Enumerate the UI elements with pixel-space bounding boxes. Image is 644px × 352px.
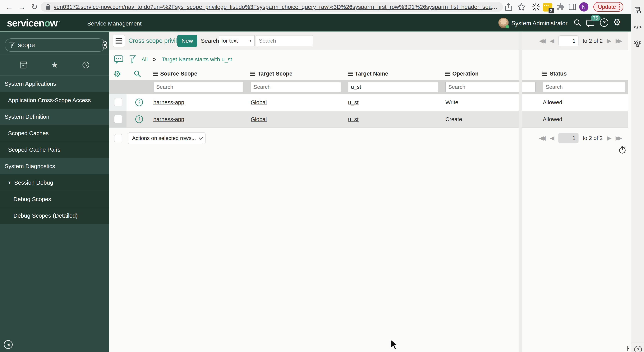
list-content: Cross scope privileges New Search for te…: [109, 32, 628, 352]
browser-update-button[interactable]: Update: [594, 2, 623, 12]
last-page-icon[interactable]: ▶▶: [616, 38, 622, 44]
sidebar-item-scoped-caches[interactable]: Scoped Caches: [0, 125, 109, 142]
table-row[interactable]: i harness-app Global u_st Create Allowed: [109, 111, 628, 128]
prev-page-icon[interactable]: ◀: [550, 38, 554, 44]
search-label: Search: [201, 38, 219, 44]
dock-panel-icon[interactable]: [627, 346, 630, 351]
sidebar-item-application-cross-scope-access[interactable]: Application Cross-Scope Access: [0, 92, 109, 108]
lock-icon: [46, 4, 50, 10]
browser-profile-avatar[interactable]: N: [579, 2, 588, 12]
lightbulb-hint-icon[interactable]: [631, 40, 644, 49]
column-header-status[interactable]: Status: [542, 70, 567, 77]
help-corner-icon[interactable]: ?: [634, 346, 642, 352]
filter-status-input[interactable]: [543, 82, 625, 92]
history-tab-icon[interactable]: [82, 61, 90, 69]
column-menu-icon[interactable]: [250, 74, 255, 74]
product-name: Service Management: [87, 20, 142, 27]
extensions-puzzle-icon[interactable]: [556, 3, 565, 11]
user-avatar[interactable]: [498, 18, 509, 28]
sidebar-item-system-diagnostics[interactable]: System Diagnostics: [0, 158, 109, 174]
cell-source-scope[interactable]: harness-app: [153, 99, 184, 106]
column-menu-icon[interactable]: [153, 74, 158, 74]
reload-icon[interactable]: ↻: [30, 2, 39, 12]
navigator-search-input[interactable]: [18, 42, 100, 49]
address-bar[interactable]: ven03172.service-now.com/nav_to.do?uri=%…: [41, 2, 503, 12]
global-search-icon[interactable]: [573, 18, 582, 27]
sidebar-item-scoped-cache-pairs[interactable]: Scoped Cache Pairs: [0, 142, 109, 158]
page-range-label: to 2 of 2: [583, 38, 603, 44]
column-search-toggle-icon[interactable]: [134, 70, 142, 78]
column-menu-icon[interactable]: [445, 74, 450, 74]
filter-operation-input[interactable]: [446, 82, 536, 92]
column-menu-icon[interactable]: [348, 74, 353, 74]
list-search-input[interactable]: [256, 35, 313, 46]
clear-search-icon[interactable]: ×: [102, 41, 107, 49]
next-page-icon[interactable]: ▶: [607, 135, 612, 141]
filter-target-name-input[interactable]: [348, 82, 438, 92]
bookmark-star-icon[interactable]: [517, 3, 526, 11]
strip-bottom: ?: [631, 343, 644, 352]
breadcrumb-all[interactable]: All: [142, 56, 148, 63]
cell-target-scope[interactable]: Global: [251, 99, 267, 106]
search-type-select[interactable]: for text ▼: [219, 35, 254, 46]
prev-page-icon[interactable]: ◀: [550, 135, 554, 141]
filter-icon[interactable]: [129, 55, 136, 64]
sidebar-item-session-debug[interactable]: ▼Session Debug: [0, 174, 109, 191]
record-info-icon[interactable]: i: [135, 116, 143, 123]
list-comments-icon[interactable]: [114, 55, 124, 64]
sidebar-item-debug-scopes-detailed[interactable]: Debug Scopes (Detailed): [0, 208, 109, 224]
column-header-target-name[interactable]: Target Name: [348, 70, 388, 77]
cell-target-scope[interactable]: Global: [251, 116, 267, 122]
list-personalize-gear-icon[interactable]: ⚙: [114, 69, 121, 79]
breadcrumb-filter[interactable]: Target Name starts with u_st: [162, 56, 232, 63]
collapse-sidebar-button[interactable]: ◀: [4, 340, 13, 349]
first-page-icon[interactable]: ◀◀: [539, 38, 546, 44]
navigator-search-box[interactable]: ×: [4, 38, 106, 52]
expand-caret-icon[interactable]: ▼: [8, 180, 12, 185]
row-checkbox[interactable]: [114, 98, 122, 106]
actions-select[interactable]: Actions on selected rows...: [128, 132, 206, 144]
page-number-input[interactable]: [558, 133, 578, 144]
cell-target-name[interactable]: u_st: [348, 116, 358, 122]
cell-source-scope[interactable]: harness-app: [153, 116, 184, 122]
url-text[interactable]: ven03172.service-now.com/nav_to.do?uri=%…: [54, 4, 498, 10]
column-header-target-scope[interactable]: Target Scope: [250, 70, 292, 77]
filter-target-scope-input[interactable]: [251, 82, 341, 92]
next-page-icon[interactable]: ▶: [607, 38, 612, 44]
browser-menu-icon[interactable]: [619, 4, 620, 10]
breadcrumb-separator: >: [153, 56, 156, 63]
forward-icon[interactable]: →: [17, 2, 26, 12]
user-caret-icon[interactable]: ▼: [558, 22, 562, 26]
table-row[interactable]: i harness-app Global u_st Write Allowed: [109, 94, 628, 111]
favorites-tab-icon[interactable]: ★: [51, 61, 58, 69]
column-header-operation[interactable]: Operation: [445, 70, 478, 77]
list-context-menu-button[interactable]: [113, 35, 125, 47]
sidebar-item-debug-scopes[interactable]: Debug Scopes: [0, 191, 109, 208]
share-icon[interactable]: [505, 3, 512, 11]
new-record-button[interactable]: New: [177, 35, 197, 47]
breadcrumb: All > Target Name starts with u_st: [114, 55, 232, 64]
column-header-source-scope[interactable]: Source Scope: [153, 70, 197, 77]
list-scrollbar[interactable]: [519, 32, 522, 352]
first-page-icon[interactable]: ◀◀: [539, 135, 546, 141]
settings-gear-icon[interactable]: ⚙: [613, 18, 621, 26]
sidebar-item-system-definition[interactable]: System Definition: [0, 108, 109, 125]
response-time-icon[interactable]: [618, 145, 627, 154]
filter-source-scope-input[interactable]: [153, 82, 244, 92]
side-panel-icon[interactable]: [568, 3, 576, 11]
extension-yellow-icon[interactable]: ••• 3: [543, 3, 552, 12]
help-icon[interactable]: ?: [600, 18, 608, 27]
last-page-icon[interactable]: ▶▶: [616, 135, 622, 141]
select-all-checkbox[interactable]: [114, 134, 122, 142]
column-menu-icon[interactable]: [542, 74, 548, 74]
cell-target-name[interactable]: u_st: [348, 99, 358, 106]
reading-list-icon[interactable]: [631, 6, 644, 14]
sidebar-item-system-applications[interactable]: System Applications: [0, 76, 109, 92]
record-info-icon[interactable]: i: [135, 98, 143, 106]
page-number-input[interactable]: [558, 36, 578, 46]
back-icon[interactable]: ←: [4, 2, 14, 12]
code-panel-icon[interactable]: </>: [631, 24, 644, 30]
all-applications-tab-icon[interactable]: [19, 61, 28, 69]
row-checkbox[interactable]: [114, 115, 122, 123]
extension-spinner-icon[interactable]: [531, 2, 540, 12]
